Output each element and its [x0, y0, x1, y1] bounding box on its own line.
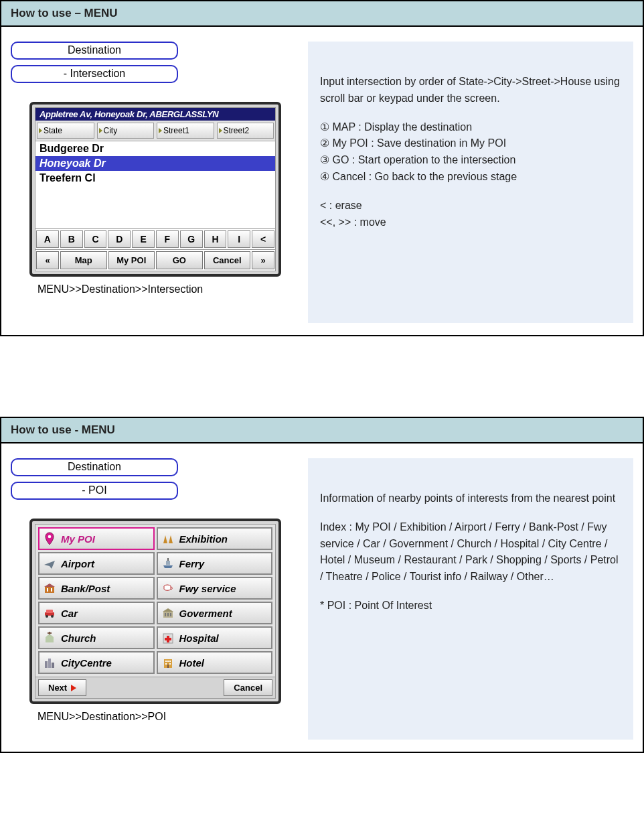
- tab-label: City: [104, 126, 118, 135]
- svg-point-9: [46, 615, 48, 618]
- poi-cell-label: Hotel: [179, 657, 205, 669]
- poi-cell-airport[interactable]: Airport: [38, 552, 155, 575]
- key-e[interactable]: E: [132, 230, 155, 248]
- section-poi: How to use - MENU Destination - POI My P…: [0, 417, 644, 753]
- tab-street1[interactable]: Street1: [157, 123, 214, 139]
- key-b[interactable]: B: [60, 230, 83, 248]
- poi-cell-label: Exhibition: [179, 533, 228, 545]
- key-a[interactable]: A: [36, 230, 59, 248]
- poi-cell-exhibition[interactable]: Exhibition: [157, 527, 273, 550]
- svg-rect-29: [167, 665, 169, 668]
- gps-address-bar: Appletree Av, Honeyoak Dr, ABERGLASSLYN: [35, 108, 275, 121]
- left-column: Destination - Intersection Appletree Av,…: [11, 42, 292, 295]
- list-item[interactable]: Treefern Cl: [35, 171, 275, 186]
- gps-screen: Appletree Av, Honeyoak Dr, ABERGLASSLYN …: [35, 107, 276, 271]
- tab-state[interactable]: State: [37, 123, 94, 139]
- church-icon: [42, 630, 57, 645]
- desc-intro: Input intersection by order of State->Ci…: [320, 74, 621, 107]
- gps-keypad-row: A B C D E F G H I <: [35, 228, 275, 249]
- chevron-right-icon: [39, 128, 42, 133]
- bank-icon: [42, 581, 57, 596]
- poi-cell-label: Ferry: [179, 558, 205, 569]
- chevron-right-icon: [159, 128, 162, 133]
- hotel-icon: [161, 655, 175, 670]
- poi-cell-church[interactable]: Church: [38, 626, 155, 649]
- key-g[interactable]: G: [180, 230, 203, 248]
- poi-cell-my-poi[interactable]: My POI: [38, 527, 155, 550]
- poi-cell-label: Hospital: [179, 632, 219, 644]
- svg-point-0: [48, 535, 52, 539]
- pill-poi[interactable]: - POI: [11, 482, 178, 500]
- prev-button[interactable]: «: [36, 251, 59, 269]
- key-d[interactable]: D: [108, 230, 131, 248]
- car-icon: [42, 606, 57, 620]
- next-button[interactable]: Next: [38, 679, 86, 696]
- poi-cell-hotel[interactable]: Hotel: [157, 651, 273, 674]
- section-title: How to use - MENU: [1, 418, 643, 443]
- desc-hint: <<, >> : move: [320, 214, 621, 231]
- breadcrumb-caption: MENU>>Destination>>POI: [37, 711, 292, 723]
- pill-destination[interactable]: Destination: [11, 458, 178, 476]
- tab-label: Street2: [224, 126, 250, 135]
- gps-results-list: Budgeree Dr Honeyoak Dr Treefern Cl: [35, 141, 275, 228]
- desc-intro: Information of nearby points of interest…: [320, 490, 621, 507]
- svg-rect-8: [46, 610, 53, 613]
- poi-cell-goverment[interactable]: Goverment: [157, 602, 273, 624]
- key-f[interactable]: F: [156, 230, 179, 248]
- description-panel: Input intersection by order of State->Ci…: [308, 42, 633, 323]
- key-c[interactable]: C: [84, 230, 107, 248]
- poi-footer: Next Cancel: [35, 677, 275, 698]
- desc-item: ② My POI : Save destination in My POI: [320, 135, 621, 152]
- svg-rect-1: [166, 561, 170, 565]
- exhib-icon: [161, 531, 175, 546]
- svg-rect-4: [47, 588, 48, 592]
- desc-index: Index : My POI / Exhibition / Airport / …: [320, 519, 621, 586]
- plane-icon: [42, 556, 57, 571]
- poi-cell-label: My POI: [61, 533, 95, 545]
- left-column: Destination - POI My POIExhibitionAirpor…: [11, 458, 292, 723]
- tab-label: Street1: [163, 126, 189, 135]
- poi-cell-label: Bank/Post: [61, 583, 110, 594]
- svg-rect-25: [167, 661, 169, 662]
- list-item-selected[interactable]: Honeyoak Dr: [35, 156, 275, 171]
- tab-city[interactable]: City: [97, 123, 155, 139]
- key-erase[interactable]: <: [252, 230, 274, 248]
- tab-label: State: [44, 126, 62, 135]
- pill-destination[interactable]: Destination: [11, 42, 178, 60]
- cancel-button[interactable]: Cancel: [204, 251, 251, 269]
- poi-cell-ferry[interactable]: Ferry: [157, 552, 273, 575]
- key-h[interactable]: H: [204, 230, 227, 248]
- map-button[interactable]: Map: [60, 251, 107, 269]
- key-i[interactable]: I: [228, 230, 250, 248]
- poi-cell-citycentre[interactable]: CityCentre: [38, 651, 155, 674]
- go-button[interactable]: GO: [156, 251, 203, 269]
- gps-tabs-row: State City Street1 Street2: [35, 121, 275, 141]
- svg-rect-16: [48, 632, 52, 634]
- section-intersection: How to use – MENU Destination - Intersec…: [0, 0, 644, 336]
- section-body: Destination - Intersection Appletree Av,…: [1, 27, 643, 335]
- svg-rect-5: [51, 588, 52, 592]
- gps-device: My POIExhibitionAirportFerryBank/PostFwy…: [29, 519, 281, 704]
- svg-rect-21: [48, 659, 51, 668]
- city-icon: [42, 655, 57, 670]
- cup-icon: [161, 581, 175, 596]
- svg-point-10: [51, 615, 54, 618]
- svg-rect-22: [52, 663, 54, 668]
- pill-intersection[interactable]: - Intersection: [11, 65, 178, 83]
- mypoi-button[interactable]: My POI: [108, 251, 155, 269]
- poi-cell-bank-post[interactable]: Bank/Post: [38, 577, 155, 600]
- desc-item: ① MAP : Display the destination: [320, 119, 621, 136]
- tab-street2[interactable]: Street2: [217, 123, 274, 139]
- poi-cell-fwy-service[interactable]: Fwy service: [157, 577, 273, 600]
- svg-rect-20: [45, 661, 48, 668]
- chevron-right-icon: [99, 128, 102, 133]
- svg-rect-24: [165, 661, 167, 662]
- list-item[interactable]: Budgeree Dr: [35, 141, 275, 156]
- poi-cell-car[interactable]: Car: [38, 602, 155, 624]
- poi-cell-hospital[interactable]: Hospital: [157, 626, 273, 649]
- section-body: Destination - POI My POIExhibitionAirpor…: [1, 443, 643, 752]
- cancel-button[interactable]: Cancel: [224, 679, 272, 696]
- next-button[interactable]: »: [252, 251, 274, 269]
- gps-screen: My POIExhibitionAirportFerryBank/PostFwy…: [35, 524, 276, 699]
- svg-rect-12: [165, 613, 166, 616]
